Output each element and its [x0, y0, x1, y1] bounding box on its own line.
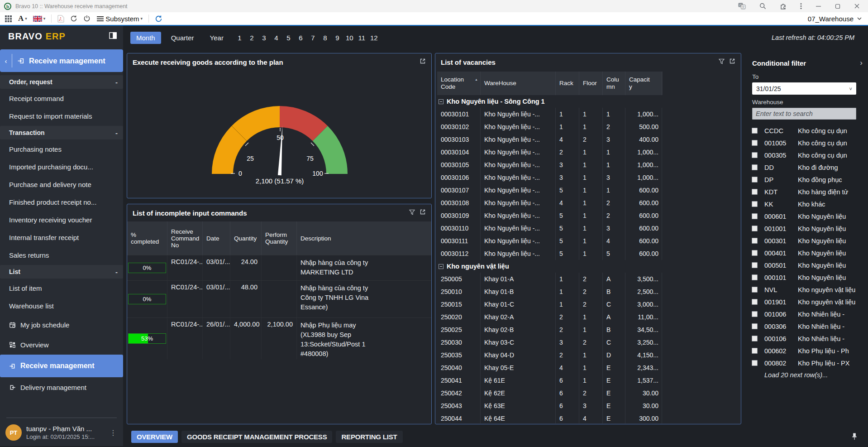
checkbox[interactable] — [752, 164, 758, 170]
checkbox[interactable] — [752, 336, 758, 341]
table-row[interactable]: 250010Khay 01-B12B2,500... — [437, 285, 663, 298]
warehouse-option[interactable]: CCDCKho công cụ dụn — [745, 125, 868, 137]
table-row[interactable]: 250025Khay 02-B21B34,50... — [437, 323, 663, 336]
filter-icon[interactable] — [719, 58, 725, 66]
column-header-receive-command-no[interactable]: Receive Command No — [167, 221, 203, 255]
column-header-capacity[interactable]: Capacity — [625, 72, 662, 95]
tab-overview[interactable]: OVERVIEW — [131, 431, 178, 443]
to-date-select[interactable]: 31/01/25 ˅ — [752, 82, 856, 95]
tab-reporting-list[interactable]: REPORTING LIST — [336, 431, 402, 443]
tab-month-4[interactable]: 4 — [270, 34, 282, 42]
table-row[interactable]: 00030106Kho Nguyên liệu -...3131,000... — [437, 171, 663, 184]
sidebar-section-list[interactable]: List- — [0, 265, 123, 279]
checkbox[interactable] — [752, 250, 758, 256]
tab-month-2[interactable]: 2 — [246, 34, 258, 42]
sidebar-item-imported-purchasing-docu[interactable]: Imported purchasing docu... — [0, 158, 123, 176]
warehouse-option[interactable]: KDTKho hàng điện tử — [745, 186, 868, 198]
checkbox[interactable] — [752, 299, 758, 305]
tab-month-7[interactable]: 7 — [307, 34, 319, 42]
column-header-perform-quantity[interactable]: Perform Quantity — [262, 221, 297, 255]
tab-month-3[interactable]: 3 — [258, 34, 270, 42]
warehouse-selector[interactable]: 07_Warehouse — [808, 15, 862, 23]
font-settings-button[interactable]: A▾ — [18, 14, 27, 23]
checkbox[interactable] — [752, 360, 758, 366]
tab-month-6[interactable]: 6 — [295, 34, 307, 42]
table-row[interactable]: 00030112Kho Nguyên liệu -...515600.00 — [437, 247, 663, 260]
sidebar-toggle-icon[interactable] — [109, 32, 117, 41]
checkbox[interactable] — [752, 140, 758, 146]
warehouse-option[interactable]: 000401Kho Nguyên liệu — [745, 247, 868, 259]
sidebar-item-purchase-and-delivery-note[interactable]: Purchase and delivery note — [0, 176, 123, 193]
warehouse-option[interactable]: 001901Kho nguyên vật liệu — [745, 296, 868, 308]
search-icon[interactable] — [759, 3, 766, 10]
chevron-right-icon[interactable]: › — [860, 58, 863, 67]
warehouse-option[interactable]: 000101Kho Nguyên liệu — [745, 271, 868, 284]
load-more-link[interactable]: Load 20 next row(s)... — [745, 371, 868, 379]
sidebar-item-sales-returns[interactable]: Sales returns — [0, 246, 123, 264]
receive-management-header-button[interactable]: ‹ Receive management — [0, 49, 123, 72]
power-icon[interactable] — [83, 15, 91, 22]
table-row[interactable]: 250030Khay 03-C32C3,250... — [437, 336, 663, 349]
sidebar-item-receive-management[interactable]: Receive management — [0, 355, 123, 377]
expand-icon[interactable] — [420, 209, 426, 217]
warehouse-option[interactable]: 000106Kho Nhiên liệu - — [745, 332, 868, 345]
warehouse-option[interactable]: 000305Kho công cụ dụn — [745, 149, 868, 161]
column-header-location-code[interactable]: Location Code▲ — [437, 72, 481, 95]
translate-icon[interactable]: G文 — [738, 3, 746, 10]
tab-month-5[interactable]: 5 — [282, 34, 295, 42]
maximize-icon[interactable] — [835, 4, 840, 9]
sidebar-item-my-job-schedule[interactable]: My job schedule — [0, 315, 123, 335]
table-row[interactable]: 00030103Kho Nguyên liệu -...423400.00 — [437, 133, 663, 146]
checkbox[interactable] — [752, 262, 758, 268]
checkbox[interactable] — [752, 238, 758, 244]
sidebar-item-purchasing-notes[interactable]: Purchasing notes — [0, 140, 123, 158]
checkbox[interactable] — [752, 152, 758, 158]
sidebar-item-inventory-receiving-voucher[interactable]: Inventory receiving voucher — [0, 211, 123, 229]
tab-month-9[interactable]: 9 — [331, 34, 343, 42]
warehouse-option[interactable]: 001005Kho công cụ dụn — [745, 137, 868, 149]
checkbox[interactable] — [752, 287, 758, 293]
restart-icon[interactable] — [70, 15, 77, 22]
table-row[interactable]: 250042Kệ 62E62E30.00 — [437, 387, 663, 399]
tab-month-12[interactable]: 12 — [368, 34, 380, 42]
collapse-icon[interactable] — [439, 99, 444, 104]
tab-month-11[interactable]: 11 — [356, 34, 368, 42]
warehouse-option[interactable]: NVLKho nguyên vật liệu — [745, 284, 868, 296]
checkbox[interactable] — [752, 226, 758, 231]
tab-month[interactable]: Month — [130, 32, 161, 44]
checkbox[interactable] — [752, 274, 758, 280]
warehouse-search-input[interactable] — [752, 108, 856, 120]
table-row[interactable]: 00030109Kho Nguyên liệu -...512600.00 — [437, 209, 663, 222]
table-row[interactable]: 250005Khay 01-A12A3,500... — [437, 273, 663, 285]
checkbox[interactable] — [752, 201, 758, 207]
collapse-icon[interactable] — [439, 264, 444, 269]
table-row[interactable]: 250015Khay 01-C12C3,000... — [437, 298, 663, 311]
table-row[interactable]: 00030110Kho Nguyên liệu -...513600.00 — [437, 222, 663, 235]
warehouse-option[interactable]: 001001Kho Nguyên liệu — [745, 222, 868, 235]
sidebar-item-list-of-item[interactable]: List of item — [0, 279, 123, 297]
kebab-menu-icon[interactable] — [800, 3, 802, 10]
sidebar-item-delivery-management[interactable]: Delivery management — [0, 377, 123, 397]
checkbox[interactable] — [752, 213, 758, 219]
warehouse-option[interactable]: DPKho đồng phục — [745, 173, 868, 186]
tab-quarter[interactable]: Quarter — [165, 32, 200, 44]
checkbox[interactable] — [752, 128, 758, 134]
tab-goods-receipt-management-process[interactable]: GOODS RECEIPT MANAGEMENT PROCESS — [181, 431, 332, 443]
column-header-column[interactable]: Column — [603, 72, 625, 95]
column-header-quantity[interactable]: Quantity — [230, 221, 262, 255]
extensions-icon[interactable] — [780, 3, 787, 10]
chevron-left-icon[interactable]: ‹ — [0, 57, 12, 65]
incomplete-row[interactable]: 0%RC01/24-...03/01/...24.00Nhập hàng của… — [127, 255, 431, 280]
warehouse-option[interactable]: 000501Kho Nguyên liệu — [745, 259, 868, 271]
column-header-description[interactable]: Description — [297, 221, 431, 255]
user-profile[interactable]: PT tuanpv - Phạm Văn ... Login at: 02/01… — [0, 422, 123, 446]
group-row[interactable]: Kho Nguyên liệu - Sông Công 1 — [437, 95, 663, 108]
checkbox[interactable] — [752, 189, 758, 195]
incomplete-row[interactable]: 53%RC01/24-...26/01/...4,000.002,100.00N… — [127, 317, 431, 359]
language-selector[interactable]: ▾ — [33, 16, 46, 22]
filter-icon[interactable] — [409, 209, 415, 217]
sidebar-item-warehouse-list[interactable]: Warehouse list — [0, 297, 123, 315]
column-header-warehouse[interactable]: WareHouse — [481, 72, 556, 95]
table-row[interactable]: 00030108Kho Nguyên liệu -...412600.00 — [437, 197, 663, 209]
kebab-menu-icon[interactable]: ⋮ — [110, 428, 119, 437]
